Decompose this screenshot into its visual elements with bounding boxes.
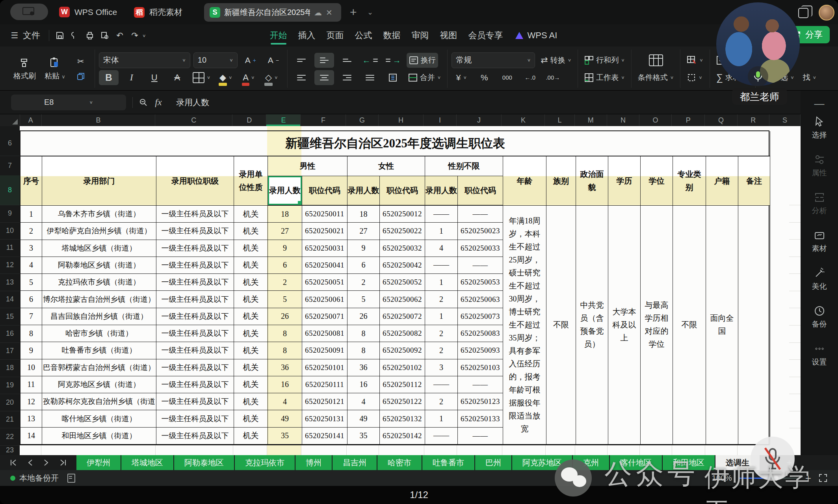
align-middle-button[interactable]: [314, 53, 334, 68]
column-header-R[interactable]: R: [738, 114, 769, 126]
cell-female-code[interactable]: 6520250012: [380, 206, 425, 223]
row-header-13[interactable]: 13: [0, 273, 20, 291]
column-header-P[interactable]: P: [672, 114, 705, 126]
menu-视图[interactable]: 视图: [435, 24, 463, 46]
cell-female-code[interactable]: 6520250062: [380, 291, 425, 308]
print-preview-icon[interactable]: [97, 28, 112, 43]
strikethrough-button[interactable]: A: [167, 70, 187, 85]
cell-any-code[interactable]: ——: [458, 376, 503, 393]
cell-female-code[interactable]: 6520250022: [380, 223, 425, 240]
cell-male-count[interactable]: 5: [268, 291, 302, 308]
menu-审阅[interactable]: 审阅: [406, 24, 435, 46]
menu-会员专享[interactable]: 会员专享: [463, 24, 509, 46]
row-header-16[interactable]: 16: [0, 325, 20, 343]
cell-any-count[interactable]: ——: [425, 257, 458, 274]
tab-active-workbook[interactable]: S 新疆维吾尔自治区2025年度 ☁ ✕: [204, 3, 341, 22]
row-header-15[interactable]: 15: [0, 308, 20, 325]
column-header-M[interactable]: M: [575, 114, 607, 126]
menu-file[interactable]: 文件: [22, 24, 46, 46]
sidebar-item-设置[interactable]: 设置: [812, 343, 827, 367]
sheet-tab-阿勒泰地区[interactable]: 阿勒泰地区: [174, 455, 234, 470]
cell-male-code[interactable]: 6520250131: [302, 410, 347, 427]
column-header-J[interactable]: J: [457, 114, 502, 126]
column-header-H[interactable]: H: [379, 114, 424, 126]
cell-department[interactable]: 孜勒苏柯尔克孜自治州乡镇（街道: [42, 393, 156, 410]
conditional-format-button[interactable]: 条件格式∨: [635, 70, 676, 85]
cell-male-code[interactable]: 6520250041: [302, 257, 347, 274]
column-header-C[interactable]: C: [155, 114, 232, 126]
cell-any-code[interactable]: 6520250133: [458, 410, 503, 427]
cell-male-code[interactable]: 6520250051: [302, 274, 347, 291]
window-restore-icon[interactable]: [798, 8, 808, 18]
cell-any-count[interactable]: 1: [425, 274, 458, 291]
cell-female-code[interactable]: 6520250102: [380, 359, 425, 376]
cell-female-count[interactable]: 26: [347, 308, 380, 325]
align-top-button[interactable]: [292, 53, 311, 68]
header-code[interactable]: 职位代码: [458, 176, 503, 206]
cell-male-code[interactable]: 6520250011: [302, 206, 347, 223]
cell-any-count[interactable]: 2: [425, 342, 458, 359]
save-icon[interactable]: [52, 28, 67, 43]
cell-female-code[interactable]: 6520250072: [380, 308, 425, 325]
header-code[interactable]: 职位代码: [380, 176, 425, 206]
cell-any-code[interactable]: 6520250123: [458, 393, 503, 410]
increase-indent-button[interactable]: →: [383, 53, 403, 68]
cell-org-type[interactable]: 机关: [234, 308, 268, 325]
cell-female-count[interactable]: 6: [347, 257, 380, 274]
cell-org-type[interactable]: 机关: [234, 206, 268, 223]
cell-male-count[interactable]: 49: [268, 410, 302, 427]
sheet-tab-克拉玛依市[interactable]: 克拉玛依市: [235, 455, 295, 470]
cell-org-type[interactable]: 机关: [234, 291, 268, 308]
output-icon[interactable]: [67, 28, 82, 43]
cell-department[interactable]: 乌鲁木齐市乡镇（街道）: [42, 206, 156, 223]
italic-button[interactable]: I: [122, 70, 141, 85]
cell-index[interactable]: 7: [20, 308, 42, 325]
cell-index[interactable]: 10: [20, 359, 42, 376]
cell-male-code[interactable]: 6520250101: [302, 359, 347, 376]
header-18[interactable]: 备注: [738, 156, 770, 206]
print-icon[interactable]: [82, 28, 97, 43]
column-header-O[interactable]: O: [639, 114, 672, 126]
sidebar-item-素材[interactable]: 素材: [812, 229, 827, 254]
cell-org-type[interactable]: 机关: [234, 393, 268, 410]
cell-male-code[interactable]: 6520250031: [302, 240, 347, 257]
cell-female-count[interactable]: 9: [347, 240, 380, 257]
row-header-22[interactable]: 22: [0, 428, 20, 446]
cell-male-count[interactable]: 18: [268, 206, 302, 223]
cell-female-count[interactable]: 2: [347, 274, 380, 291]
header-13[interactable]: 政治面貌: [576, 156, 608, 206]
cell-any-count[interactable]: ——: [425, 376, 458, 393]
column-header-D[interactable]: D: [232, 114, 266, 126]
cell-rank[interactable]: 一级主任科员及以下: [156, 257, 234, 274]
cell-male-count[interactable]: 4: [268, 393, 302, 410]
row-header-12[interactable]: 12: [0, 257, 20, 274]
cell-org-type[interactable]: 机关: [234, 342, 268, 359]
cell-index[interactable]: 3: [20, 240, 42, 257]
hamburger-menu-icon[interactable]: ☰: [7, 28, 22, 43]
cell-any-code[interactable]: 6520250073: [458, 308, 503, 325]
cell-female-count[interactable]: 36: [347, 359, 380, 376]
cell-female-code[interactable]: 6520250042: [380, 257, 425, 274]
row-header-10[interactable]: 10: [0, 222, 20, 240]
cell-female-count[interactable]: 8: [347, 325, 380, 342]
sheet-tab-昌吉州[interactable]: 昌吉州: [333, 455, 377, 470]
cell-department[interactable]: 博尔塔拉蒙古自治州乡镇（街道）: [42, 291, 156, 308]
cell-rank[interactable]: 一级主任科员及以下: [156, 308, 234, 325]
column-header-A[interactable]: A: [20, 114, 42, 126]
cell-org-type[interactable]: 机关: [234, 410, 268, 427]
cell-org-type[interactable]: 机关: [234, 274, 268, 291]
cell-female-code[interactable]: 6520250052: [380, 274, 425, 291]
sidebar-collapse-icon[interactable]: —: [814, 98, 825, 116]
cell-female-count[interactable]: 4: [347, 393, 380, 410]
percent-format-button[interactable]: %: [474, 70, 494, 85]
row-header-14[interactable]: 14: [0, 291, 20, 309]
cell-index[interactable]: 11: [20, 376, 42, 393]
cell-style-button[interactable]: ∨: [684, 53, 706, 68]
currency-format-button[interactable]: ¥∨: [452, 70, 471, 85]
cell-female-code[interactable]: 6520250142: [380, 428, 425, 444]
worksheet-button[interactable]: 工作表∨: [582, 70, 627, 85]
cell-index[interactable]: 8: [20, 325, 42, 342]
comma-format-button[interactable]: 000: [497, 70, 517, 85]
sheet-title[interactable]: 新疆维吾尔自治区2025年度选调生职位表: [20, 131, 770, 156]
merged-note[interactable]: [738, 206, 770, 444]
